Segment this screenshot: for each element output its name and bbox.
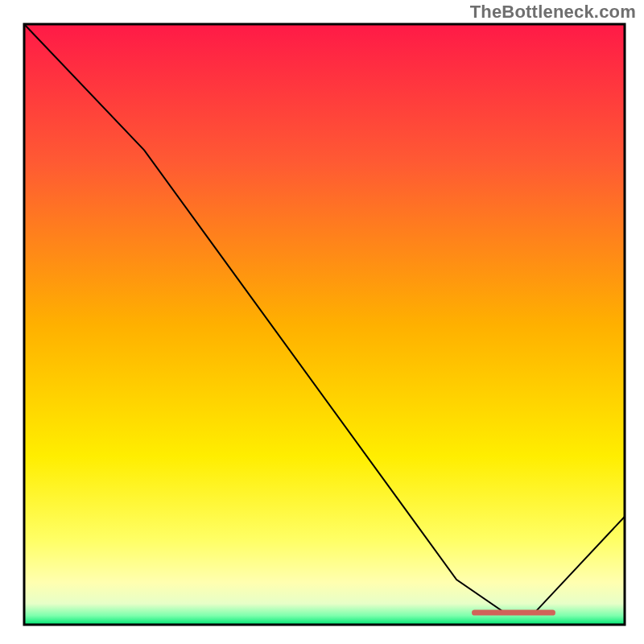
plot-background — [24, 24, 625, 625]
bottleneck-chart — [0, 0, 644, 644]
chart-stage: TheBottleneck.com — [0, 0, 644, 644]
